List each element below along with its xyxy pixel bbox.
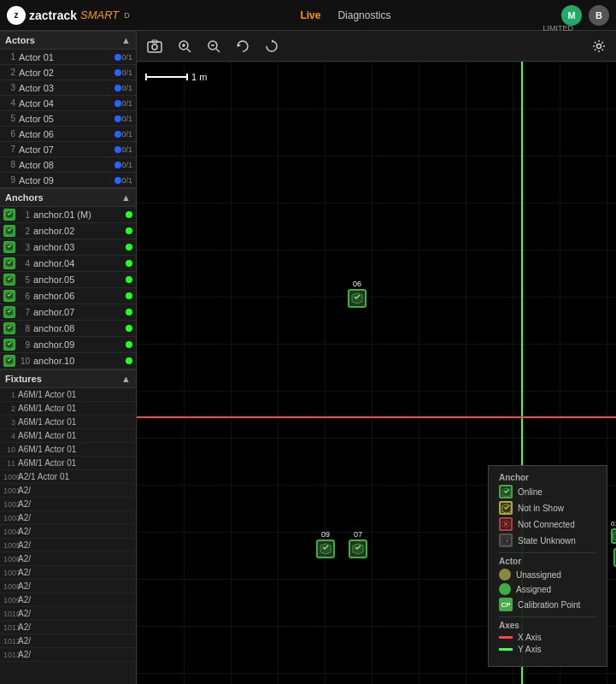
sidebar-fixture-1003[interactable]: 1003 A2/ xyxy=(0,511,136,525)
legend-not-connected-icon xyxy=(499,517,513,531)
anchor-icon xyxy=(3,225,15,237)
sidebar-fixture-1010[interactable]: 1010 A2/ xyxy=(0,607,136,621)
sidebar-fixture-11[interactable]: 11 A6M/1 Actor 01 xyxy=(0,457,136,470)
anchors-collapse-arrow[interactable]: ▲ xyxy=(121,192,131,203)
sidebar-fixture-10[interactable]: 10 A6M/1 Actor 01 xyxy=(0,443,136,457)
anchor-status-dot xyxy=(126,211,132,218)
settings-button[interactable] xyxy=(589,38,609,55)
anchors-section-header[interactable]: Anchors ▲ xyxy=(0,188,136,207)
anchor-icon xyxy=(3,322,15,334)
anchor-status-dot xyxy=(126,292,132,299)
sidebar-anchor-8[interactable]: 8 anchor.08 xyxy=(0,321,136,337)
legend-online: Online xyxy=(499,485,596,498)
anchor-icon xyxy=(3,339,15,351)
sidebar-anchor-5[interactable]: 5 anchor.05 xyxy=(0,272,136,288)
map-anchor-09[interactable]: 09 xyxy=(316,530,335,558)
sidebar-fixture-1008[interactable]: 1008 A2/ xyxy=(0,580,136,593)
legend-actor-title: Actor xyxy=(499,557,596,566)
sidebar-fixture-4[interactable]: 4 A6M/1 Actor 01 xyxy=(0,429,136,443)
legend-not-connected-label: Not Connected xyxy=(518,520,575,529)
legend-not-in-show: Not in Show xyxy=(499,501,596,515)
actors-section-header[interactable]: Actors ▲ xyxy=(0,31,136,50)
map-anchor-07[interactable]: 07 xyxy=(349,530,367,558)
zoom-in-button[interactable] xyxy=(174,38,195,55)
legend-not-in-show-label: Not in Show xyxy=(518,504,564,513)
sidebar-actor-7[interactable]: 7 Actor 07 0/1 xyxy=(0,142,136,157)
sidebar-fixture-1001[interactable]: 1001 A2/ xyxy=(0,484,136,498)
sidebar-anchor-4[interactable]: 4 anchor.04 xyxy=(0,256,136,272)
actors-collapse-arrow[interactable]: ▲ xyxy=(121,35,131,45)
toolbar xyxy=(137,31,616,62)
sidebar-fixture-1005[interactable]: 1005 A2/ xyxy=(0,539,136,552)
fixtures-section-header[interactable]: Fixtures ▲ xyxy=(0,369,136,388)
sidebar-fixture-1013[interactable]: 1013 A2/ xyxy=(0,648,136,662)
reset-button[interactable] xyxy=(232,38,253,55)
sidebar-anchor-2[interactable]: 2 anchor.02 xyxy=(0,223,136,239)
legend-assigned: Assigned xyxy=(499,583,596,595)
header-right: M B LIMITED xyxy=(561,5,609,26)
actor-dot-blue xyxy=(114,69,121,76)
actor-dot-blue xyxy=(114,54,121,61)
map-anchor-06[interactable]: 06 xyxy=(348,280,367,308)
screenshot-button[interactable] xyxy=(144,38,166,55)
legend-x-axis-line xyxy=(499,636,513,639)
sidebar-actor-1[interactable]: 1 Actor 01 0/1 xyxy=(0,50,136,65)
anchors-label: Anchors xyxy=(5,192,44,203)
sidebar-anchor-9[interactable]: 9 anchor.09 xyxy=(0,337,136,353)
map-anchor-010a[interactable]: 010A xyxy=(611,520,616,544)
legend-calibration-icon: CP xyxy=(499,598,513,611)
sidebar-actor-6[interactable]: 6 Actor 06 0/1 xyxy=(0,127,136,142)
svg-point-12 xyxy=(597,44,601,48)
legend-y-axis: Y Axis xyxy=(499,645,596,654)
anchor-status-dot xyxy=(126,325,132,332)
header-nav: Live Diagnostics xyxy=(300,9,390,21)
sidebar-fixture-2[interactable]: 2 A6M/1 Actor 01 xyxy=(0,402,136,416)
sidebar-anchor-10[interactable]: 10 anchor.10 xyxy=(0,353,136,369)
legend-axes-title: Axes xyxy=(499,621,596,630)
nav-live[interactable]: Live xyxy=(300,9,320,21)
sidebar-fixture-1000[interactable]: 1000 A2/1 Actor 01 xyxy=(0,470,136,484)
sidebar-fixture-1002[interactable]: 1002 A2/ xyxy=(0,498,136,511)
sidebar-actor-4[interactable]: 4 Actor 04 0/1 xyxy=(0,96,136,111)
anchor-status-dot xyxy=(126,260,132,267)
sidebar-anchor-6[interactable]: 6 anchor.06 xyxy=(0,288,136,304)
sidebar-anchor-3[interactable]: 3 anchor.03 xyxy=(0,239,136,256)
avatar-b[interactable]: B xyxy=(589,5,609,26)
legend-anchor-title: Anchor xyxy=(499,473,596,482)
sidebar: Actors ▲ 1 Actor 01 0/1 2 Actor 02 0/1 3… xyxy=(0,31,137,684)
sidebar-fixture-1[interactable]: 1 A6M/1 Actor 01 xyxy=(0,388,136,402)
legend-actor-section: Actor Unassigned Assigned CP Calibration… xyxy=(499,557,596,611)
legend-x-axis-label: X Axis xyxy=(518,633,542,642)
legend-y-axis-line xyxy=(499,648,513,651)
sidebar-fixture-1012[interactable]: 1012 A2/ xyxy=(0,634,136,648)
sidebar-fixture-1004[interactable]: 1004 A2/ xyxy=(0,525,136,539)
refresh-button[interactable] xyxy=(261,38,282,55)
actor-dot-blue xyxy=(114,85,121,91)
legend-anchor-section: Anchor Online Not in Show xyxy=(499,473,596,547)
zoom-out-button[interactable] xyxy=(203,38,224,55)
sidebar-actor-8[interactable]: 8 Actor 08 0/1 xyxy=(0,157,136,173)
sidebar-actor-2[interactable]: 2 Actor 02 0/1 xyxy=(0,65,136,80)
viewport[interactable]: 1 m 06 0190 09 xyxy=(137,62,616,684)
sidebar-actor-5[interactable]: 5 Actor 05 0/1 xyxy=(0,111,136,127)
sidebar-fixture-1011[interactable]: 1011 A2/ xyxy=(0,621,136,634)
legend-unassigned-icon xyxy=(499,569,511,581)
sidebar-fixture-3[interactable]: 3 A6M/1 Actor 01 xyxy=(0,416,136,429)
sidebar-fixture-1006[interactable]: 1006 A2/ xyxy=(0,552,136,566)
sidebar-anchor-7[interactable]: 7 anchor.07 xyxy=(0,304,136,321)
sidebar-fixture-1007[interactable]: 1007 A2/ xyxy=(0,566,136,580)
sidebar-fixture-1009[interactable]: 1009 A2/ xyxy=(0,593,136,607)
fixtures-collapse-arrow[interactable]: ▲ xyxy=(121,374,131,384)
avatar-m[interactable]: M xyxy=(561,5,582,26)
svg-marker-11 xyxy=(272,39,273,43)
nav-diagnostics[interactable]: Diagnostics xyxy=(337,9,390,21)
sidebar-anchor-1[interactable]: 1 anchor.01 (M) xyxy=(0,207,136,223)
anchor-icon xyxy=(3,274,15,286)
anchor-status-dot xyxy=(126,357,132,364)
logo-smart: SMART xyxy=(80,9,119,21)
sidebar-actor-9[interactable]: 9 Actor 09 0/1 xyxy=(0,173,136,188)
svg-text:?: ? xyxy=(505,539,508,545)
actor-dot-blue xyxy=(114,146,121,153)
anchor-icon xyxy=(3,355,15,367)
sidebar-actor-3[interactable]: 3 Actor 03 0/1 xyxy=(0,80,136,96)
